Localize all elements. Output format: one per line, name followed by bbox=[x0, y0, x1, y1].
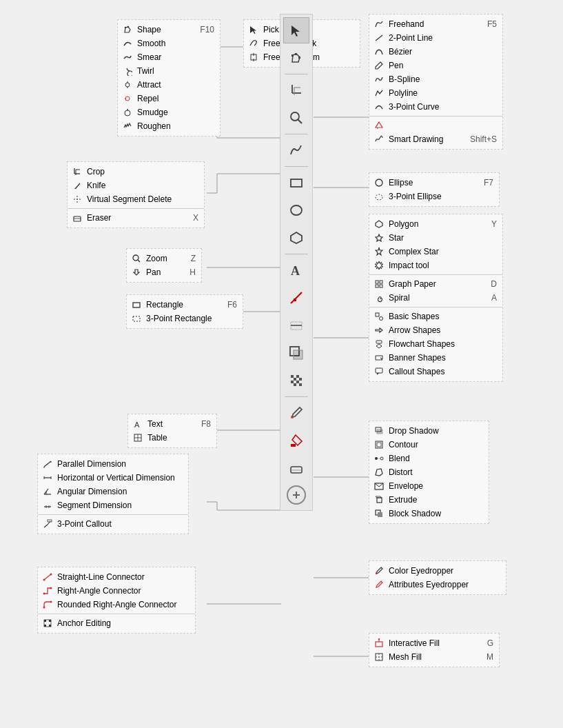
toolbar-pick-btn[interactable] bbox=[283, 17, 309, 43]
ellipse-icon bbox=[373, 177, 385, 188]
parallel-dim-item[interactable]: Parallel Dimension bbox=[38, 457, 188, 471]
table-item[interactable]: Table bbox=[128, 431, 216, 445]
svg-rect-56 bbox=[380, 285, 382, 287]
toolbar-eyedropper-btn[interactable] bbox=[283, 400, 309, 426]
interactive-fill-item[interactable]: Interactive Fill G bbox=[369, 636, 499, 650]
smear-item[interactable]: Smear bbox=[118, 50, 220, 64]
toolbar-polygon-btn[interactable] bbox=[283, 225, 309, 251]
star-item[interactable]: Star bbox=[369, 231, 502, 245]
ellipse-item[interactable]: Ellipse F7 bbox=[369, 176, 499, 190]
3point-rect-item[interactable]: 3-Point Rectangle bbox=[127, 312, 243, 325]
banner-shapes-item[interactable]: Banner Shapes bbox=[369, 351, 502, 365]
svg-rect-114 bbox=[291, 54, 294, 57]
3point-rect-label: 3-Point Rectangle bbox=[146, 314, 237, 323]
bezier-item[interactable]: Bézier bbox=[369, 45, 502, 59]
svg-rect-136 bbox=[299, 378, 302, 381]
freehand-curve-item[interactable]: Freehand F5 bbox=[369, 17, 502, 31]
toolbar-zoom-btn[interactable] bbox=[283, 105, 309, 131]
zoom-item[interactable]: Zoom Z bbox=[127, 252, 201, 265]
twirl-item[interactable]: Twirl bbox=[118, 64, 220, 78]
svg-rect-47 bbox=[133, 316, 140, 321]
polyline-item[interactable]: Polyline bbox=[369, 86, 502, 100]
callout-shapes-item[interactable]: Callout Shapes bbox=[369, 365, 502, 378]
toolbar-rect-btn[interactable] bbox=[283, 170, 309, 196]
toolbar-fill-btn[interactable] bbox=[283, 427, 309, 454]
toolbar-text-btn[interactable]: A bbox=[283, 257, 309, 283]
toolbar-eraser-btn[interactable] bbox=[283, 455, 309, 481]
polygon-item[interactable]: Polygon Y bbox=[369, 217, 502, 231]
bspline-item[interactable]: B-Spline bbox=[369, 72, 502, 86]
horiz-dim-item[interactable]: Horizontal or Vertical Dimension bbox=[38, 471, 188, 485]
toolbar-add-btn[interactable] bbox=[287, 485, 306, 505]
graph-paper-item[interactable]: Graph Paper D bbox=[369, 277, 502, 291]
toolbar-effects-btn[interactable] bbox=[283, 340, 309, 366]
basic-shapes-item[interactable]: Basic Shapes bbox=[369, 310, 502, 323]
straight-connector-item[interactable]: Straight-Line Connector bbox=[38, 570, 195, 584]
roughen-item[interactable]: Roughen bbox=[118, 119, 220, 133]
smudge-item[interactable]: Smudge bbox=[118, 105, 220, 119]
strip-div5 bbox=[285, 396, 308, 397]
svg-rect-142 bbox=[291, 444, 296, 447]
attr-eyedropper-item[interactable]: Attributes Eyedropper bbox=[369, 578, 506, 592]
3point-curve-item[interactable]: 3-Point Curve bbox=[369, 100, 502, 114]
callout-dim-item[interactable]: 3-Point Callout bbox=[38, 517, 188, 531]
eraser-item[interactable]: Eraser X bbox=[68, 211, 204, 225]
toolbar-node-btn[interactable] bbox=[283, 45, 309, 71]
svg-line-122 bbox=[298, 119, 302, 123]
svg-rect-42 bbox=[74, 216, 81, 221]
strip-div2 bbox=[285, 134, 308, 134]
distort-item[interactable]: Distort bbox=[369, 465, 489, 479]
3point-ellipse-item[interactable]: 3-Point Ellipse bbox=[369, 190, 499, 203]
envelope-item[interactable]: Envelope bbox=[369, 479, 489, 493]
drop-shadow-item[interactable]: Drop Shadow bbox=[369, 424, 489, 438]
angular-dim-item[interactable]: Angular Dimension bbox=[38, 485, 188, 498]
flowchart-shapes-item[interactable]: Flowchart Shapes bbox=[369, 337, 502, 351]
2point-line-icon bbox=[373, 32, 385, 43]
contour-item[interactable]: Contour bbox=[369, 438, 489, 452]
smart-drawing-item[interactable] bbox=[369, 119, 502, 132]
svg-marker-63 bbox=[377, 373, 379, 375]
complex-star-label: Complex Star bbox=[389, 247, 497, 256]
toolbar-checker-btn[interactable] bbox=[283, 367, 309, 394]
repel-item[interactable]: Repel bbox=[118, 92, 220, 105]
svg-rect-57 bbox=[376, 313, 379, 316]
pen-item[interactable]: Pen bbox=[369, 59, 502, 72]
pan-item[interactable]: Pan H bbox=[127, 265, 201, 279]
rounded-connector-item[interactable]: Rounded Right-Angle Connector bbox=[38, 598, 195, 611]
2point-line-item[interactable]: 2-Point Line bbox=[369, 31, 502, 45]
shape-tool-item[interactable]: Shape F10 bbox=[118, 23, 220, 37]
complex-star-item[interactable]: Complex Star bbox=[369, 245, 502, 259]
spiral-item[interactable]: Spiral A bbox=[369, 291, 502, 305]
attract-item[interactable]: Attract bbox=[118, 78, 220, 92]
anchor-editing-item[interactable]: Anchor Editing bbox=[38, 616, 195, 630]
knife-item[interactable]: Knife bbox=[68, 179, 204, 192]
smooth-item[interactable]: Smooth bbox=[118, 37, 220, 50]
toolbar-line-btn[interactable] bbox=[283, 285, 309, 311]
toolbar-ellipse-btn[interactable] bbox=[283, 197, 309, 223]
impact-item[interactable]: Impact tool bbox=[369, 259, 502, 272]
svg-point-106 bbox=[376, 572, 378, 574]
text-shortcut: F8 bbox=[201, 419, 211, 429]
toolbar-dim-btn[interactable] bbox=[283, 312, 309, 338]
svg-rect-116 bbox=[298, 57, 300, 59]
toolbar-crop-btn[interactable] bbox=[283, 77, 309, 103]
arrow-shapes-icon bbox=[373, 325, 385, 336]
arrow-shapes-item[interactable]: Arrow Shapes bbox=[369, 323, 502, 337]
livesketch-item[interactable]: Smart Drawing Shift+S bbox=[369, 132, 502, 146]
blend-item[interactable]: Blend bbox=[369, 452, 489, 465]
text-item[interactable]: A Text F8 bbox=[128, 417, 216, 431]
mesh-fill-item[interactable]: Mesh Fill M bbox=[369, 650, 499, 664]
block-shadow-item[interactable]: Block Shadow bbox=[369, 507, 489, 520]
rectangle-item[interactable]: Rectangle F6 bbox=[127, 298, 243, 312]
segment-dim-item[interactable]: Segment Dimension bbox=[38, 498, 188, 512]
svg-point-96 bbox=[50, 574, 52, 576]
color-eyedropper-item[interactable]: Color Eyedropper bbox=[369, 564, 506, 578]
toolbar-curve-btn[interactable] bbox=[283, 137, 309, 163]
banner-shapes-icon bbox=[373, 352, 385, 363]
extrude-item[interactable]: Extrude bbox=[369, 493, 489, 507]
crop-item[interactable]: Crop bbox=[68, 165, 204, 179]
virtual-segment-item[interactable]: Virtual Segment Delete bbox=[68, 192, 204, 206]
envelope-label: Envelope bbox=[389, 481, 483, 491]
right-angle-connector-item[interactable]: Right-Angle Connector bbox=[38, 584, 195, 598]
svg-rect-135 bbox=[294, 378, 296, 381]
